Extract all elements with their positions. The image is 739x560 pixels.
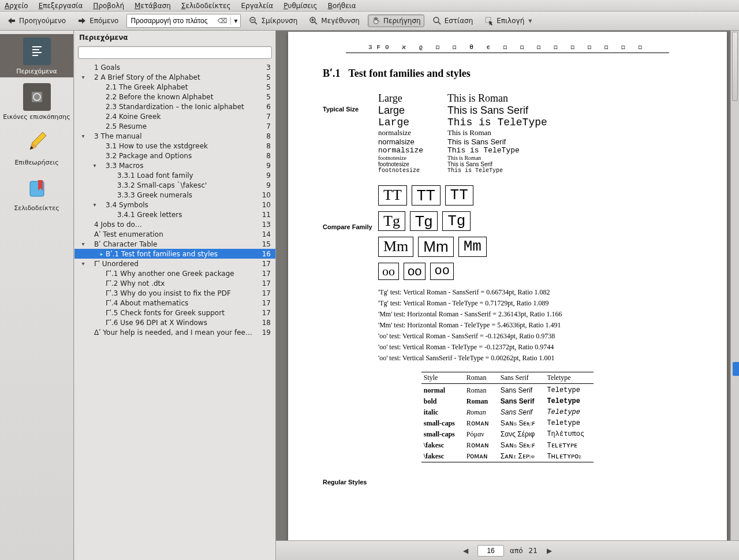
toc-item[interactable]: 3.2 Package and Options8 (74, 151, 275, 160)
menu-settings[interactable]: Ρυθμίσεις (283, 2, 317, 9)
tab-thumbs[interactable]: Εικόνες επισκόπησης (0, 80, 73, 123)
page-navigator: ◀ από 21 ▶ (276, 540, 739, 560)
page-number-input[interactable] (477, 545, 504, 557)
toc-item[interactable]: 2.3 Standardization – the Ionic alphabet… (74, 102, 275, 111)
toc-item[interactable]: 3.4.1 Greek letters11 (74, 210, 275, 219)
arrow-right-icon (77, 16, 87, 25)
toc-item[interactable]: ▾Βʹ Character Table15 (74, 239, 275, 249)
toc-item[interactable]: 1 Goals3 (74, 62, 275, 72)
arrow-left-icon (7, 16, 16, 25)
page-canvas: 3F0 ϰ ϱ ◻ ◻ ϴ ϵ ◻ ◻ ◻ ◻ ◻ ◻ ◻ ◻ ◻ Βʹ.1Te… (288, 32, 727, 540)
document-scroll[interactable]: 3F0 ϰ ϱ ◻ ◻ ϴ ϵ ◻ ◻ ◻ ◻ ◻ ◻ ◻ ◻ ◻ Βʹ.1Te… (276, 31, 739, 540)
section-heading: Βʹ.1Test font families and styles (323, 67, 692, 80)
toc-tree[interactable]: 1 Goals3▾2 A Brief Story of the Alphabet… (74, 62, 275, 560)
toc-item[interactable]: Γʹ.4 About mathematics17 (74, 298, 275, 308)
nav-next-button[interactable]: Επόμενο (74, 14, 122, 27)
zoom-out-button[interactable]: Σμίκρυνση (245, 14, 301, 27)
magnify-icon (432, 16, 442, 25)
toc-item[interactable]: Γʹ.1 Why another one Greek package17 (74, 268, 275, 278)
tab-contents[interactable]: Περιεχόμενα (0, 34, 73, 77)
toc-item[interactable]: ▾3 The manual8 (74, 131, 275, 141)
select-icon (484, 16, 494, 25)
toc-item[interactable]: 3.3.1 Load font family9 (74, 170, 275, 180)
toc-item[interactable]: Γʹ.3 Why do you insist to fix the PDF17 (74, 288, 275, 298)
page-next-button[interactable]: ▶ (543, 546, 555, 556)
menubar: Αρχείο Επεξεργασία Προβολή Μετάβαση Σελι… (0, 0, 739, 12)
svg-point-7 (434, 17, 439, 23)
header-hex: 3F0 ϰ ϱ ◻ ◻ ϴ ϵ ◻ ◻ ◻ ◻ ◻ ◻ ◻ ◻ ◻ (346, 43, 669, 53)
toc-item[interactable]: ▾3.3 Macros9 (74, 160, 275, 170)
menu-go[interactable]: Μετάβαση (135, 2, 171, 9)
toc-item[interactable]: Αʹ Test enumeration14 (74, 229, 275, 239)
menu-help[interactable]: Βοήθεια (328, 2, 356, 9)
toc-item[interactable]: Δʹ Your help is needed, and I mean your … (74, 327, 275, 337)
menu-bookmarks[interactable]: Σελιδοδείκτες (181, 2, 231, 9)
compare-family-label: Compare Family (323, 223, 372, 230)
contents-panel: Περιεχόμενα 1 Goals3▾2 A Brief Story of … (74, 31, 276, 560)
dropdown-icon: ▼ (528, 18, 532, 24)
page-of-label: από (510, 547, 522, 555)
select-mode-button[interactable]: Επιλογή▼ (481, 14, 535, 27)
toc-item[interactable]: ▾Γʹ Unordered17 (74, 259, 275, 268)
thumbs-icon (23, 83, 51, 111)
document-viewer: 3F0 ϰ ϱ ◻ ◻ ϴ ϵ ◻ ◻ ◻ ◻ ◻ ◻ ◻ ◻ ◻ Βʹ.1Te… (276, 31, 739, 560)
nav-prev-button[interactable]: Προηγούμενο (3, 14, 69, 27)
toc-item[interactable]: 2.5 Resume7 (74, 121, 275, 131)
toc-item[interactable]: 4 Jobs to do…13 (74, 219, 275, 229)
menu-tools[interactable]: Εργαλεία (241, 2, 273, 9)
tab-bookmarks[interactable]: Σελιδοδείκτες (0, 171, 73, 214)
clear-zoom-icon[interactable]: ⌫ (214, 17, 230, 25)
toc-item[interactable]: 3.1 How to use the xstdgreek8 (74, 141, 275, 151)
menu-edit[interactable]: Επεξεργασία (39, 2, 83, 9)
pencil-icon (23, 129, 51, 156)
toc-search-input[interactable] (78, 46, 272, 59)
toc-item[interactable]: 2.4 Koine Greek7 (74, 111, 275, 121)
zoom-selector[interactable]: ⌫ ▾ (126, 14, 241, 28)
zoom-dropdown-icon[interactable]: ▾ (230, 17, 240, 25)
page-prev-button[interactable]: ◀ (460, 546, 472, 556)
toc-item[interactable]: Γʹ.5 Check fonts for Greek support17 (74, 308, 275, 318)
menu-file[interactable]: Αρχείο (5, 2, 28, 9)
menu-view[interactable]: Προβολή (93, 2, 124, 9)
browse-mode-button[interactable]: Περιήγηση (368, 14, 424, 27)
contents-icon (23, 38, 51, 65)
side-panel-tabs: Περιεχόμενα Εικόνες επισκόπησης Επιθεωρή… (0, 31, 74, 560)
toc-item[interactable]: 3.3.2 Small-caps `\fakesc'9 (74, 180, 275, 190)
toc-item[interactable]: 2.2 Before the known Alphabet5 (74, 92, 275, 102)
page-total: 21 (529, 547, 538, 555)
focus-mode-button[interactable]: Εστίαση (429, 14, 477, 27)
vertical-scrollbar[interactable] (730, 31, 739, 540)
toc-item[interactable]: ▾3.4 Symbols10 (74, 200, 275, 210)
styles-table: StyleRomanSans SerifTeletypenormalRomanS… (421, 372, 594, 462)
zoom-out-icon (249, 16, 258, 25)
svg-line-8 (438, 22, 441, 24)
zoom-input[interactable] (127, 16, 214, 26)
svg-line-1 (255, 22, 257, 24)
hand-icon (371, 16, 380, 25)
toolbar: Προηγούμενο Επόμενο ⌫ ▾ Σμίκρυνση Μεγέθυ… (0, 12, 739, 31)
toc-item[interactable]: Γʹ.2 Why not .dtx17 (74, 278, 275, 288)
test-results: 'Tg' test: Vertical Roman - SansSerif = … (378, 288, 692, 363)
zoom-in-icon (309, 16, 318, 25)
svg-line-4 (315, 22, 317, 24)
toc-item[interactable]: Γʹ.6 Use 96 DPI at X Windows18 (74, 318, 275, 327)
toc-item[interactable]: ▸Βʹ.1 Test font families and styles16 (74, 249, 275, 259)
toc-item[interactable]: 3.3.3 Greek numerals10 (74, 190, 275, 200)
zoom-in-button[interactable]: Μεγέθυνση (305, 14, 363, 27)
toc-item[interactable]: 2.1 The Greek Alphabet5 (74, 82, 275, 92)
regular-styles-label: Regular Styles (323, 479, 692, 486)
bookmark-icon (23, 174, 51, 202)
typical-size-label: Typical Size (323, 106, 359, 113)
toc-item[interactable]: ▾2 A Brief Story of the Alphabet5 (74, 72, 275, 82)
panel-title: Περιεχόμενα (74, 31, 275, 44)
tab-reviews[interactable]: Επιθεωρήσεις (0, 125, 73, 169)
